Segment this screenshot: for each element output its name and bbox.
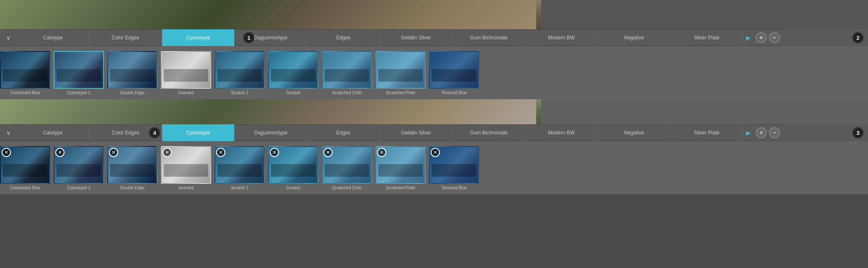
preset-label-double-edge-2: Double Edge [120,186,145,190]
preset-label-cyanotype1-2: Cyanotype 1 [67,186,90,190]
preset-contrasted-blue-1[interactable]: Contrasted Blue [0,51,50,95]
preset-label-double-edge-1: Double Edge [120,90,145,95]
banner-image-1 [0,0,868,29]
preset-label-contrasted-blue-1: Contrasted Blue [10,90,40,95]
section-2: 4 3 ∨ Calotype Color Edges Cyanotype Dag… [0,99,868,194]
tab-negative-2[interactable]: Negative [598,124,670,141]
tab-modern-1[interactable]: Modern BW [525,29,598,46]
tab-gum-2[interactable]: Gum Bichromate [452,124,525,141]
preset-cyanotype1-2[interactable]: ✕ Cyanotype 1 [54,146,104,190]
tab-silver-2[interactable]: Silver Plate [671,124,743,141]
tab-calotype-2[interactable]: Calotype [17,124,89,141]
tab-items-1: Calotype Color Edges Cyanotype Daguerreo… [17,29,743,46]
preset-contrasted-blue-2[interactable]: ✕ Contrasted Blue [0,146,50,190]
tab-color-edges-2[interactable]: Color Edges [89,124,162,141]
close-scratched-cloth-2[interactable]: ✕ [323,148,333,157]
tab-arrow-1[interactable]: ▶ [743,33,753,43]
tab-bar-inner-2: ∨ Calotype Color Edges Cyanotype Daguerr… [0,125,868,141]
close-contrasted-blue-2[interactable]: ✕ [2,148,11,157]
tab-gum-1[interactable]: Gum Bichromate [452,29,525,46]
preset-thumb-inverted-2[interactable]: ✕ [161,146,211,184]
preset-double-edge-1[interactable]: Double Edge [107,51,158,95]
preset-thumb-double-edge-1[interactable] [107,51,158,89]
preset-thumb-scratch2-1[interactable] [214,51,265,89]
preset-label-scratch-1: Scratch [286,90,300,95]
preset-thumb-scratched-cloth-1[interactable] [322,51,372,89]
tab-daguerreotype-2[interactable]: Daguerreotype [235,124,307,141]
tab-edges-2[interactable]: Edges [307,124,380,141]
tab-silver-1[interactable]: Silver Plate [671,29,743,46]
preset-double-edge-2[interactable]: ✕ Double Edge [107,146,158,190]
tab-arrow-2[interactable]: ▶ [743,128,753,138]
preset-scratch2-1[interactable]: Scratch 2 [214,51,265,95]
tab-bar-inner-1: ∨ Calotype Color Edges Cyanotype Daguerr… [0,30,868,46]
preset-textured-blue-2[interactable]: ✕ Textured Blue [429,146,479,190]
preset-label-scratched-plate-2: Scratched Plate [386,186,416,190]
tab-chevron-2[interactable]: ∨ [0,124,17,141]
tab-daguerreotype-1[interactable]: Daguerreotype [235,29,307,46]
preset-thumb-inverted-1[interactable] [161,51,211,89]
preset-scratched-plate-1[interactable]: Scratched Plate [375,51,426,95]
tab-color-edges-1[interactable]: Color Edges [89,29,162,46]
preset-scratch-1[interactable]: Scratch [268,51,318,95]
close-scratch-2[interactable]: ✕ [270,148,279,157]
preset-scratched-cloth-2[interactable]: ✕ Scratched Cloth [322,146,372,190]
preset-thumb-scratched-plate-1[interactable] [375,51,426,89]
badge-3[interactable]: 3 [852,127,864,139]
preset-thumb-scratched-plate-2[interactable]: ✕ [375,146,426,184]
tab-edges-1[interactable]: Edges [307,29,380,46]
tab-items-2: Calotype Color Edges Cyanotype Daguerreo… [17,124,743,141]
preset-thumb-scratched-cloth-2[interactable]: ✕ [322,146,372,184]
badge-2[interactable]: 2 [852,32,864,44]
tab-gelatin-1[interactable]: Gelatin Silver [380,29,452,46]
close-textured-blue-2[interactable]: ✕ [431,148,440,157]
preset-scratched-cloth-1[interactable]: Scratched Cloth [322,51,372,95]
preset-thumb-cyanotype1-1[interactable] [54,51,104,89]
preset-label-inverted-2: Inverted [178,186,194,190]
preset-thumb-contrasted-blue-1[interactable] [0,51,50,89]
close-scratched-plate-2[interactable]: ✕ [377,148,386,157]
banner-right-2 [541,99,868,124]
preset-inverted-2[interactable]: ✕ Inverted [161,146,211,190]
tab-bar-1: 1 2 ∨ Calotype Color Edges Cyanotype Dag… [0,29,868,46]
preset-thumb-scratch-1[interactable] [268,51,318,89]
preset-label-scratched-plate-1: Scratched Plate [386,90,416,95]
close-cyanotype1-2[interactable]: ✕ [55,148,65,157]
preset-thumb-textured-blue-2[interactable]: ✕ [429,146,479,184]
preset-thumb-double-edge-2[interactable]: ✕ [107,146,158,184]
preset-thumb-contrasted-blue-2[interactable]: ✕ [0,146,50,184]
tab-negative-1[interactable]: Negative [598,29,670,46]
preset-thumb-cyanotype1-2[interactable]: ✕ [54,146,104,184]
tab-cyanotype-1[interactable]: Cyanotype [162,29,235,46]
tab-bar-2: 4 3 ∨ Calotype Color Edges Cyanotype Dag… [0,124,868,141]
preset-label-textured-blue-1: Textured Blue [441,90,467,95]
preset-textured-blue-1[interactable]: Textured Blue [429,51,479,95]
preset-label-textured-blue-2: Textured Blue [441,186,467,190]
close-double-edge-2[interactable]: ✕ [109,148,118,157]
add-preset-btn-2[interactable]: + [756,127,767,138]
add-preset-btn-1[interactable]: + [756,32,767,43]
banner-inner-2 [0,99,536,124]
tab-modern-2[interactable]: Modern BW [525,124,598,141]
preset-label-scratch-2: Scratch [286,186,300,190]
remove-preset-btn-2[interactable]: − [769,127,780,138]
preset-thumb-textured-blue-1[interactable] [429,51,479,89]
preset-label-scratched-cloth-1: Scratched Cloth [332,90,362,95]
preset-label-contrasted-blue-2: Contrasted Blue [10,186,40,190]
tab-gelatin-2[interactable]: Gelatin Silver [380,124,452,141]
tab-calotype-1[interactable]: Calotype [17,29,89,46]
preset-scratched-plate-2[interactable]: ✕ Scratched Plate [375,146,426,190]
preset-inverted-1[interactable]: Inverted [161,51,211,95]
preset-scratch2-2[interactable]: ✕ Scratch 2 [214,146,265,190]
remove-preset-btn-1[interactable]: − [769,32,780,43]
tab-controls-2: ▶ + − [743,127,784,138]
preset-thumb-scratch2-2[interactable]: ✕ [214,146,265,184]
preset-cyanotype1-1[interactable]: Cyanotype 1 [54,51,104,95]
tab-chevron-1[interactable]: ∨ [0,29,17,46]
close-scratch2-2[interactable]: ✕ [216,148,225,157]
close-inverted-2[interactable]: ✕ [163,148,172,157]
preset-scratch-2[interactable]: ✕ Scratch [268,146,318,190]
preset-label-cyanotype1-1: Cyanotype 1 [67,90,90,95]
preset-thumb-scratch-2[interactable]: ✕ [268,146,318,184]
tab-cyanotype-2[interactable]: Cyanotype [162,124,235,141]
